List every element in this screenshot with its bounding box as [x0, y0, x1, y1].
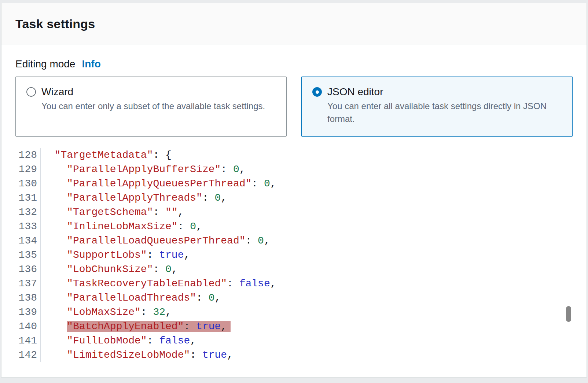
- panel-header: Task settings: [1, 3, 587, 45]
- code-line-content: "LobChunkSize": 0,: [41, 262, 178, 276]
- code-line-content: "ParallelLoadThreads": 0,: [41, 291, 221, 305]
- code-line: 141 "FullLobMode": false,: [15, 334, 573, 348]
- panel-title: Task settings: [15, 17, 95, 31]
- code-line-content: "LobMaxSize": 32,: [41, 305, 172, 319]
- code-line: 135 "SupportLobs": true,: [15, 248, 573, 262]
- code-line-content: "TargetMetadata": {: [41, 148, 172, 162]
- option-wizard-title-row: Wizard: [26, 86, 276, 98]
- code-line: 129 "ParallelApplyBufferSize": 0,: [15, 162, 573, 176]
- code-line: 137 "TaskRecoveryTableEnabled": false,: [15, 276, 573, 291]
- line-number: 132: [15, 205, 41, 219]
- line-number: 138: [15, 291, 41, 305]
- line-number: 128: [15, 148, 41, 162]
- line-number: 135: [15, 248, 41, 262]
- line-number: 141: [15, 334, 41, 348]
- editing-mode-options: Wizard You can enter only a subset of th…: [15, 77, 573, 137]
- code-line-content: "TargetSchema": "",: [41, 205, 184, 219]
- code-line-content: "TaskRecoveryTableEnabled": false,: [41, 276, 276, 291]
- editing-mode-label: Editing mode: [15, 58, 75, 70]
- line-number: 129: [15, 162, 41, 176]
- code-line: 139 "LobMaxSize": 32,: [15, 305, 573, 319]
- scrollbar-thumb[interactable]: [566, 306, 571, 322]
- code-line: 136 "LobChunkSize": 0,: [15, 262, 573, 276]
- code-line: 131 "ParallelApplyThreads": 0,: [15, 191, 573, 205]
- code-line: 128 "TargetMetadata": {: [15, 148, 573, 162]
- line-number: 139: [15, 305, 41, 319]
- option-tile-wizard[interactable]: Wizard You can enter only a subset of th…: [15, 77, 287, 137]
- code-line: 134 "ParallelLoadQueuesPerThread": 0,: [15, 234, 573, 248]
- json-code-editor[interactable]: 128 "TargetMetadata": {129 "ParallelAppl…: [15, 148, 573, 362]
- code-line-content: "ParallelApplyBufferSize": 0,: [41, 162, 246, 176]
- code-line: 133 "InlineLobMaxSize": 0,: [15, 219, 573, 234]
- line-number: 136: [15, 262, 41, 276]
- code-line-content: "ParallelApplyThreads": 0,: [41, 191, 227, 205]
- code-line: 140 "BatchApplyEnabled": true,: [15, 319, 573, 334]
- panel-body: Editing mode Info Wizard You can enter o…: [1, 58, 587, 362]
- code-line-content: "SupportLobs": true,: [41, 248, 190, 262]
- line-number: 131: [15, 191, 41, 205]
- code-line-content: "ParallelLoadQueuesPerThread": 0,: [41, 234, 270, 248]
- option-json-label: JSON editor: [327, 86, 383, 98]
- option-wizard-description: You can enter only a subset of the avail…: [41, 100, 276, 112]
- highlighted-code: "BatchApplyEnabled": true,: [67, 321, 231, 332]
- code-line: 138 "ParallelLoadThreads": 0,: [15, 291, 573, 305]
- option-json-description: You can enter all available task setting…: [327, 100, 562, 125]
- code-line-content: "InlineLobMaxSize": 0,: [41, 219, 202, 234]
- option-tile-json-editor[interactable]: JSON editor You can enter all available …: [301, 77, 573, 137]
- code-line-content: "LimitedSizeLobMode": true,: [41, 348, 233, 362]
- task-settings-panel: Task settings Editing mode Info Wizard Y…: [1, 3, 587, 378]
- line-number: 133: [15, 219, 41, 234]
- option-wizard-label: Wizard: [41, 86, 73, 98]
- code-line-content: "FullLobMode": false,: [41, 334, 196, 348]
- radio-unchecked-icon[interactable]: [26, 87, 36, 97]
- option-json-title-row: JSON editor: [312, 86, 562, 98]
- line-number: 142: [15, 348, 41, 362]
- line-number: 137: [15, 276, 41, 291]
- radio-checked-icon[interactable]: [312, 87, 322, 97]
- code-line: 132 "TargetSchema": "",: [15, 205, 573, 219]
- code-line-content: "BatchApplyEnabled": true,: [41, 319, 231, 334]
- info-link[interactable]: Info: [82, 58, 100, 70]
- code-line: 130 "ParallelApplyQueuesPerThread": 0,: [15, 176, 573, 191]
- line-number: 130: [15, 176, 41, 191]
- line-number: 134: [15, 234, 41, 248]
- line-number: 140: [15, 319, 41, 334]
- code-line: 142 "LimitedSizeLobMode": true,: [15, 348, 573, 362]
- editing-mode-label-row: Editing mode Info: [15, 58, 573, 70]
- code-line-content: "ParallelApplyQueuesPerThread": 0,: [41, 176, 276, 191]
